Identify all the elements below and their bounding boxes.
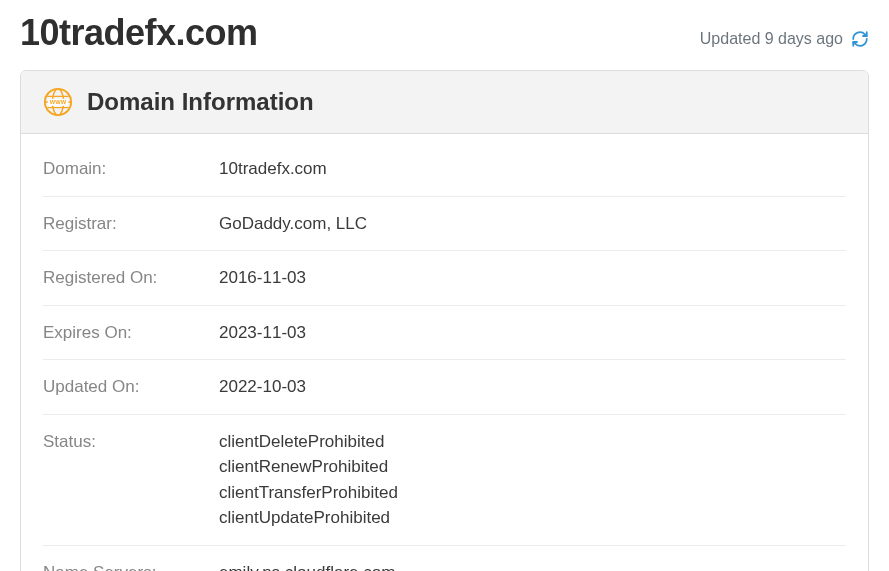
card-title: Domain Information: [87, 88, 314, 116]
row-name-servers: Name Servers: emily.ns.cloudflare.comtre…: [43, 546, 846, 572]
label-name-servers: Name Servers:: [43, 560, 219, 572]
list-item: clientRenewProhibited: [219, 454, 398, 480]
label-registered-on: Registered On:: [43, 265, 219, 291]
label-domain: Domain:: [43, 156, 219, 182]
value-status: clientDeleteProhibitedclientRenewProhibi…: [219, 429, 398, 531]
row-status: Status: clientDeleteProhibitedclientRene…: [43, 415, 846, 546]
updated-block: Updated 9 days ago: [700, 30, 869, 54]
row-updated-on: Updated On: 2022-10-03: [43, 360, 846, 415]
row-expires-on: Expires On: 2023-11-03: [43, 306, 846, 361]
card-header: WWW Domain Information: [21, 71, 868, 134]
list-item: clientDeleteProhibited: [219, 429, 398, 455]
list-item: clientTransferProhibited: [219, 480, 398, 506]
value-name-servers: emily.ns.cloudflare.comtrey.ns.cloudflar…: [219, 560, 395, 572]
label-expires-on: Expires On:: [43, 320, 219, 346]
domain-info-card: WWW Domain Information Domain: 10tradefx…: [20, 70, 869, 571]
list-item: clientUpdateProhibited: [219, 505, 398, 531]
value-updated-on: 2022-10-03: [219, 374, 306, 400]
row-domain: Domain: 10tradefx.com: [43, 142, 846, 197]
row-registered-on: Registered On: 2016-11-03: [43, 251, 846, 306]
page-title: 10tradefx.com: [20, 12, 258, 54]
www-icon: WWW: [43, 87, 73, 117]
label-registrar: Registrar:: [43, 211, 219, 237]
value-expires-on: 2023-11-03: [219, 320, 306, 346]
refresh-icon[interactable]: [851, 30, 869, 48]
value-registered-on: 2016-11-03: [219, 265, 306, 291]
list-item: emily.ns.cloudflare.com: [219, 560, 395, 572]
value-registrar: GoDaddy.com, LLC: [219, 211, 367, 237]
updated-text: Updated 9 days ago: [700, 30, 843, 48]
label-status: Status:: [43, 429, 219, 531]
value-domain: 10tradefx.com: [219, 156, 327, 182]
label-updated-on: Updated On:: [43, 374, 219, 400]
row-registrar: Registrar: GoDaddy.com, LLC: [43, 197, 846, 252]
svg-text:WWW: WWW: [50, 99, 67, 105]
card-body: Domain: 10tradefx.com Registrar: GoDaddy…: [21, 134, 868, 571]
